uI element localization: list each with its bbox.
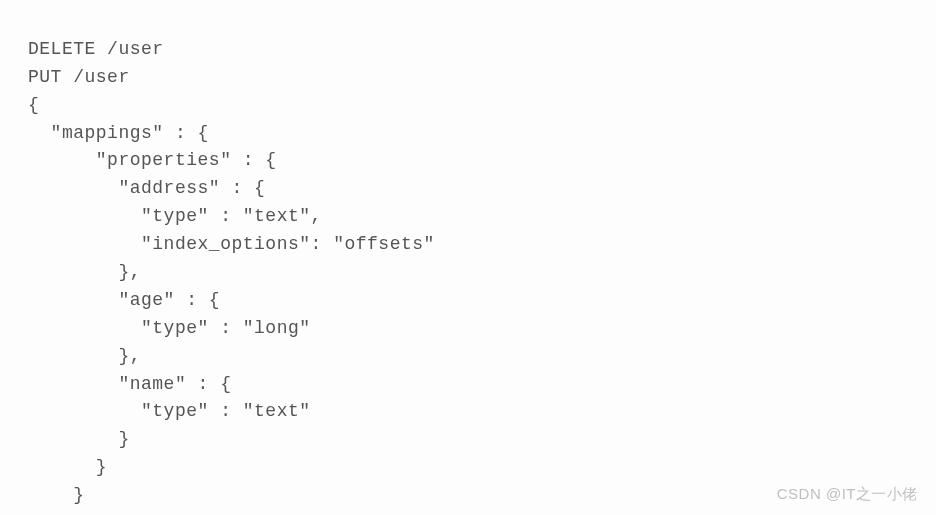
code-line: }	[28, 457, 107, 477]
code-line: },	[28, 262, 141, 282]
code-line: "index_options": "offsets"	[28, 234, 435, 254]
code-line: },	[28, 346, 141, 366]
watermark: CSDN @IT之一小佬	[777, 482, 918, 505]
code-line: }	[28, 485, 85, 505]
code-line: "type" : "text",	[28, 206, 322, 226]
code-line: "type" : "long"	[28, 318, 311, 338]
code-line: {	[28, 95, 39, 115]
code-line: "address" : {	[28, 178, 265, 198]
code-line: "name" : {	[28, 374, 231, 394]
code-line: "type" : "text"	[28, 401, 311, 421]
code-line: PUT /user	[28, 67, 130, 87]
code-line: }	[28, 429, 130, 449]
code-line: "properties" : {	[28, 150, 277, 170]
code-line: DELETE /user	[28, 39, 164, 59]
code-line: "mappings" : {	[28, 123, 209, 143]
code-line: "age" : {	[28, 290, 220, 310]
code-block: DELETE /user PUT /user { "mappings" : { …	[28, 8, 936, 515]
